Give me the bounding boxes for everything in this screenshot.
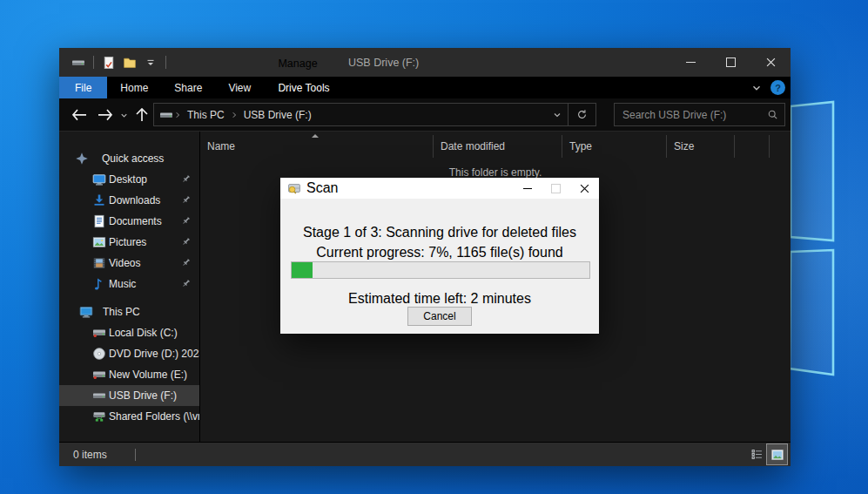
sidebar-item-label: Downloads xyxy=(109,190,160,211)
star-icon xyxy=(75,152,89,166)
sidebar-item-label: This PC xyxy=(103,301,140,322)
breadcrumb-usb-drive-f[interactable]: USB Drive (F:) xyxy=(239,104,317,125)
sidebar-item-desktop[interactable]: Desktop xyxy=(59,169,199,190)
menu-right-controls: ? xyxy=(750,77,785,98)
navigation-pane: Quick accessDesktopDownloadsDocumentsPic… xyxy=(59,132,200,443)
sidebar-item-label: Pictures xyxy=(109,232,146,253)
toolbar-separator xyxy=(165,56,166,69)
sort-ascending-icon xyxy=(312,134,319,138)
sidebar-item-label: New Volume (E:) xyxy=(109,364,187,385)
dialog-minimize-button[interactable] xyxy=(513,178,542,199)
address-bar[interactable]: This PCUSB Drive (F:) xyxy=(153,103,569,126)
maximize-icon xyxy=(551,184,561,193)
sidebar-item-this-pc[interactable]: This PC xyxy=(59,301,199,322)
network-icon xyxy=(92,409,106,423)
sidebar-item-quick-access[interactable]: Quick access xyxy=(59,148,199,169)
sidebar-item-label: Videos xyxy=(109,253,140,274)
dialog-close-button[interactable] xyxy=(570,178,599,199)
sidebar-item-videos[interactable]: Videos xyxy=(59,253,199,274)
menu-home[interactable]: Home xyxy=(107,77,161,98)
ribbon-collapse-button[interactable] xyxy=(750,82,763,94)
dialog-maximize-button xyxy=(542,178,570,199)
scan-dialog-title: Scan xyxy=(306,180,338,196)
thumbnail-view-button[interactable] xyxy=(767,444,787,464)
breadcrumb-this-pc[interactable]: This PC xyxy=(182,104,230,125)
scan-eta-text: Estimated time left: 2 minutes xyxy=(280,291,599,307)
search-box xyxy=(614,103,785,126)
computer-icon xyxy=(79,305,93,319)
scan-progress-bar xyxy=(291,261,590,279)
chevron-down-icon xyxy=(750,82,763,94)
sidebar-item-label: Quick access xyxy=(102,148,164,169)
document-icon xyxy=(92,214,106,228)
sidebar-item-usb-drive-f[interactable]: USB Drive (F:) xyxy=(59,385,199,406)
sidebar-item-new-volume-e[interactable]: New Volume (E:) xyxy=(59,364,199,385)
sidebar-item-documents[interactable]: Documents xyxy=(59,211,199,232)
pin-icon xyxy=(180,278,192,289)
disk-red-icon xyxy=(92,326,106,340)
monitor-icon xyxy=(92,173,106,186)
cancel-button[interactable]: Cancel xyxy=(407,307,472,326)
help-button[interactable]: ? xyxy=(770,80,785,95)
picture-icon xyxy=(92,235,106,249)
drive-icon[interactable] xyxy=(71,55,86,71)
forward-arrow-icon xyxy=(98,109,113,121)
close-icon xyxy=(580,184,589,193)
window-titlebar: Manage USB Drive (F:) xyxy=(59,48,791,77)
refresh-button[interactable] xyxy=(569,103,596,126)
column-header-size[interactable]: Size xyxy=(667,135,735,158)
address-dropdown-icon[interactable] xyxy=(552,110,562,120)
item-count: 0 items xyxy=(73,449,107,461)
sidebar-item-label: Local Disk (C:) xyxy=(109,322,178,343)
menu-file[interactable]: File xyxy=(59,77,107,98)
refresh-icon xyxy=(576,109,588,120)
minimize-button[interactable] xyxy=(670,48,710,77)
status-bar: 0 items xyxy=(59,442,791,466)
toolbar-dropdown-icon[interactable] xyxy=(143,55,158,71)
column-header-label: Date modified xyxy=(441,140,505,152)
properties-icon[interactable] xyxy=(101,55,117,71)
dvd-icon xyxy=(92,347,106,361)
column-header-date-modified[interactable]: Date modified xyxy=(434,135,562,158)
maximize-button[interactable] xyxy=(710,48,750,77)
sidebar-item-label: USB Drive (F:) xyxy=(109,385,177,406)
sidebar-item-dvd-drive-d-2023[interactable]: DVD Drive (D:) 2023 xyxy=(59,343,199,364)
sidebar-item-label: Music xyxy=(109,274,136,294)
sidebar-item-shared-folders-vr[interactable]: Shared Folders (\\vr xyxy=(59,406,199,427)
scan-dialog-titlebar: Scan xyxy=(280,178,599,199)
thumbnail-view-icon xyxy=(770,448,784,462)
column-header-label: Size xyxy=(674,140,694,152)
sidebar-item-label: Desktop xyxy=(109,169,147,190)
quick-access-toolbar xyxy=(68,48,171,77)
new-folder-icon[interactable] xyxy=(122,55,138,71)
sidebar-item-label: Documents xyxy=(109,211,162,232)
ribbon-tab-drive-tools[interactable]: Drive Tools xyxy=(270,77,338,98)
search-input[interactable] xyxy=(621,108,767,122)
menu-share[interactable]: Share xyxy=(161,77,215,98)
menu-view[interactable]: View xyxy=(215,77,264,98)
sidebar-item-music[interactable]: Music xyxy=(59,274,199,294)
back-button[interactable] xyxy=(70,105,89,125)
column-header-name[interactable]: Name xyxy=(200,135,434,158)
scan-disk-icon xyxy=(287,181,301,195)
ribbon-tab-manage[interactable]: Manage xyxy=(258,51,338,77)
details-view-button[interactable] xyxy=(747,444,767,464)
pin-icon xyxy=(180,257,192,268)
menu-bar: FileHomeShareView Drive Tools ? xyxy=(59,77,791,98)
view-switcher xyxy=(747,444,787,464)
download-icon xyxy=(92,193,106,207)
up-button[interactable] xyxy=(132,105,151,125)
breadcrumb-drive-icon xyxy=(159,108,173,122)
sidebar-item-pictures[interactable]: Pictures xyxy=(59,232,199,253)
sidebar-item-downloads[interactable]: Downloads xyxy=(59,190,199,211)
breadcrumb-separator-icon xyxy=(173,111,182,119)
forward-button[interactable] xyxy=(96,105,115,125)
sidebar-item-local-disk-c[interactable]: Local Disk (C:) xyxy=(59,322,199,343)
recent-locations-button[interactable] xyxy=(117,105,131,125)
minimize-icon xyxy=(523,188,532,189)
column-header-label: Name xyxy=(207,140,235,152)
column-header-type[interactable]: Type xyxy=(562,135,667,158)
pin-icon xyxy=(180,194,192,206)
details-view-icon xyxy=(750,448,764,461)
close-button[interactable] xyxy=(750,48,791,77)
